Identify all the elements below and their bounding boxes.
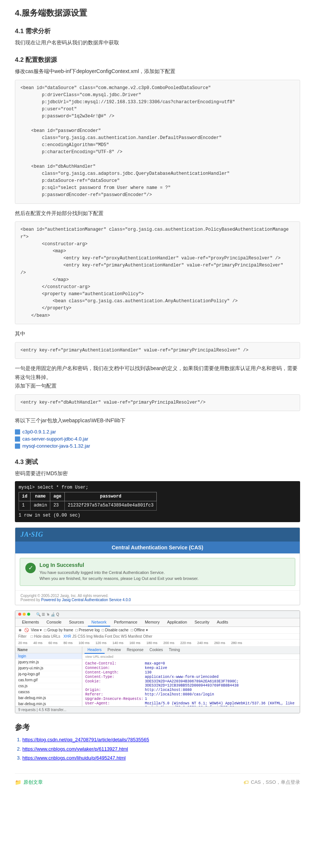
toolbar-offline[interactable]: □ Offline ▾ (131, 628, 147, 632)
original-icon: 📁 (15, 779, 21, 785)
rtab-headers[interactable]: Headers (85, 647, 105, 654)
filter-xhr[interactable]: XHR (63, 634, 71, 638)
devtools-file-cssjs[interactable]: css.js (15, 683, 82, 689)
filter-font[interactable]: Font (105, 634, 112, 638)
toolbar-group[interactable]: □ Group by frame (44, 628, 73, 632)
toolbar-view[interactable]: View ▾ (31, 628, 42, 632)
devtools-topbar: 🔍 ☰ 🖱 🔬 Q (15, 611, 300, 618)
header-row: Referer: http://localhost:8080/cas/login (85, 692, 297, 697)
section-4-2-desc3: 其中 (15, 329, 300, 338)
devtools-status-bar: 9 requests | 4.5 KB transfer... (15, 706, 300, 713)
rtab-cookies[interactable]: Cookies (146, 647, 166, 654)
header-name: Cache-Control: (85, 662, 145, 666)
devtools-url-bar: view URL encoded (82, 654, 300, 660)
file-icon (15, 429, 20, 435)
tab-network[interactable]: Network (88, 618, 110, 626)
header-value: max-age=0 (145, 662, 165, 666)
references-section: 参考 https://blog.csdn.net/qq_24708791/art… (15, 722, 300, 762)
mysql-col-id: id (19, 492, 31, 501)
reference-link-2[interactable]: https://www.cnblogs.com/ywlaker/p/611392… (22, 746, 128, 752)
header-row: Upgrade-Insecure-Requests: 1 (85, 697, 297, 701)
devtools-file-login[interactable]: login (15, 653, 82, 659)
filter-img[interactable]: Img (86, 634, 93, 638)
devtools-body: Name login jquery.min.js jquery-ui.min.j… (15, 647, 300, 706)
tab-application[interactable]: Application (163, 618, 191, 626)
header-row: Connection: keep-alive (85, 666, 297, 670)
header-name: User-Agent: (85, 701, 145, 706)
mysql-col-password: password (65, 492, 157, 501)
toolbar-preserve[interactable]: □ Preserve log (76, 628, 100, 632)
cas-success-msg2: When you are finished, for security reas… (39, 575, 198, 582)
code-block-2: <bean id="authenticationManager" class="… (15, 221, 300, 324)
header-value: keep-alive (145, 666, 167, 670)
header-name: Upgrade-Insecure-Requests: (85, 697, 145, 701)
mysql-col-name: name (31, 492, 50, 501)
devtools-file-jqlogo[interactable]: jq-ng-logo.gif (15, 671, 82, 677)
toolbar-disable-cache[interactable]: □ Disable cache (102, 628, 129, 632)
header-name: Referer: (85, 692, 145, 697)
header-row: User-Agent: Mozilla/5.0 (Windows NT 6.1;… (85, 701, 297, 706)
filter-media[interactable]: Media (93, 634, 104, 638)
mysql-cell: 21232f297a57a5a743894a0e4a801fc3 (65, 501, 157, 510)
header-value: http://localhost:8080/cas/login (145, 692, 214, 697)
devtools-requests-count: 9 requests | 4.5 KB transfer... (18, 708, 66, 712)
traffic-light-red (18, 613, 21, 616)
cas-powered-link[interactable]: Powered by Jasig Central Authentication … (41, 598, 131, 602)
filter-css[interactable]: CSS (77, 634, 85, 638)
devtools-file-casform[interactable]: cas.form.gif (15, 677, 82, 683)
cas-success-msg1: You have successfully logged into the Ce… (39, 569, 198, 576)
filter-manifest[interactable]: Manifest (128, 634, 142, 638)
header-value: http://localhost:8080 (145, 688, 192, 692)
header-value: 130 (145, 670, 152, 675)
rtab-preview[interactable]: Preview (105, 647, 124, 654)
jar-file-3: mysql-connector-java-5.1.32.jar (22, 443, 90, 449)
jar-file-1: c3p0-0.9.1.2.jar (22, 429, 56, 435)
file-icon (15, 444, 20, 449)
reference-link-1[interactable]: https://blog.csdn.net/qq_24708791/articl… (22, 737, 149, 742)
tab-elements[interactable]: Elements (18, 618, 43, 626)
section-4-3: 4.3 测试 密码需要进行MD5加密 mysql> select * from … (15, 458, 300, 713)
devtools-right-tabs: Headers Preview Response Cookies Timing (82, 647, 300, 654)
cas-title-bar: Central Authentication Service (CAS) (15, 542, 300, 553)
tab-security[interactable]: Security (191, 618, 213, 626)
toolbar-record: ⏺ (18, 628, 22, 632)
url-label: view URL encoded (85, 655, 113, 659)
tab-performance[interactable]: Performance (110, 618, 141, 626)
tab-audits[interactable]: Audits (213, 618, 232, 626)
tag-icon: 🏷 (244, 779, 249, 785)
devtools-file-jqueryui[interactable]: jquery-ui.min.js (15, 665, 82, 671)
header-row: Cache-Control: max-age=0 (85, 662, 297, 666)
rtab-timing[interactable]: Timing (166, 647, 183, 654)
reference-link-3[interactable]: https://www.cnblogs.com/lihuidu/p/649524… (22, 755, 126, 761)
devtools-detail-panel: Headers Preview Response Cookies Timing … (82, 647, 300, 706)
section-4-2-title: 4.2 配置数据源 (15, 56, 300, 64)
devtools-file-cascss[interactable]: cascss (15, 689, 82, 695)
filter-other[interactable]: Other (143, 634, 152, 638)
filter-ws[interactable]: WS (121, 634, 127, 638)
traffic-light-green (27, 613, 30, 616)
section-4-2-desc1: 修改cas服务端中web-inf下deployerConfigContext.x… (15, 67, 300, 76)
tab-console[interactable]: Console (43, 618, 65, 626)
section-4-2-desc5: 将以下三个jar包放入webapp\cas\WEB-INF\lib下 (15, 416, 300, 425)
devtools-file-list: login jquery.min.js jquery-ui.min.js jq-… (15, 653, 82, 706)
header-row: Content-Length: 130 (85, 670, 297, 675)
section-4-2-desc4: 一句是使用固定的用户名和密码，我们在文档中可以找到该bean的定义，如果我们需要… (15, 364, 300, 391)
devtools-file-panel: Name login jquery.min.js jquery-ui.min.j… (15, 647, 82, 706)
code-block-1: <bean id="dataSource" class="com.mchange… (15, 80, 300, 204)
tab-memory[interactable]: Memory (141, 618, 163, 626)
traffic-light-yellow (23, 613, 26, 616)
jar-file-list: c3p0-0.9.1.2.jar cas-server-support-jdbc… (15, 428, 300, 449)
tab-sources[interactable]: Sources (65, 618, 88, 626)
references-list: https://blog.csdn.net/qq_24708791/articl… (22, 736, 300, 762)
rtab-response[interactable]: Response (124, 647, 146, 654)
mysql-command: mysql> select * from User; (19, 484, 296, 491)
filter-doc[interactable]: Doc (113, 634, 120, 638)
devtools-file-bardebug2[interactable]: bar-debug.min.js (15, 701, 82, 706)
filter-js[interactable]: JS (72, 634, 77, 638)
cas-logo: JA·SIG (20, 531, 44, 539)
devtools-file-bardebug1[interactable]: bar-debug.min.js (15, 695, 82, 701)
list-item: mysql-connector-java-5.1.32.jar (15, 442, 300, 449)
section-4-1-desc: 我们现在让用户名密码从我们的数据库中获取 (15, 38, 300, 47)
filter-hide-data[interactable]: □ Hide data URLs (31, 634, 60, 638)
devtools-file-jquery[interactable]: jquery.min.js (15, 659, 82, 665)
